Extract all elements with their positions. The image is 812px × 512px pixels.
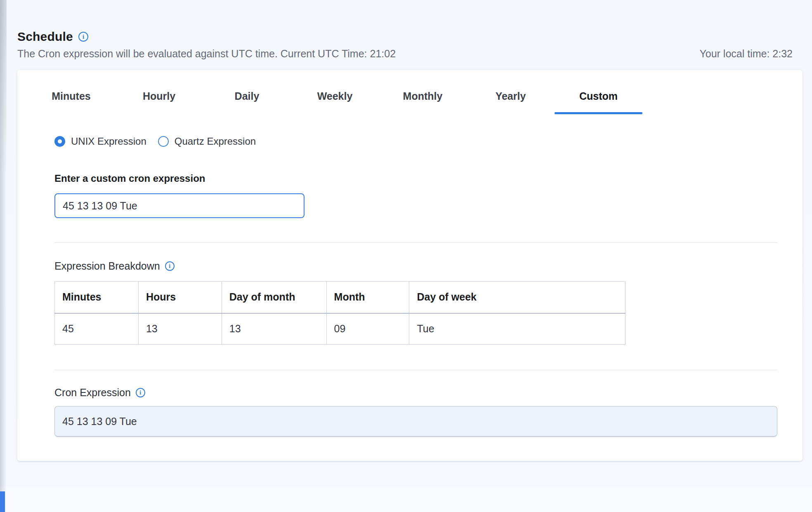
cell-minutes: 45 [55, 313, 139, 345]
local-time-note: Your local time: 2:32 [699, 48, 793, 60]
radio-unix-label: UNIX Expression [71, 136, 146, 147]
radio-selected-icon[interactable] [54, 136, 65, 147]
expression-breakdown-table: Minutes Hours Day of month Month Day of … [54, 281, 626, 345]
schedule-info-icon[interactable]: i [78, 32, 88, 42]
breakdown-title: Expression Breakdown [54, 260, 160, 272]
table-row: 45 13 13 09 Tue [55, 313, 626, 345]
tab-hourly[interactable]: Hourly [115, 85, 203, 114]
divider [54, 370, 777, 370]
schedule-card: Minutes Hourly Daily Weekly Monthly Year… [17, 70, 803, 461]
radio-unselected-icon[interactable] [158, 136, 169, 147]
tab-yearly[interactable]: Yearly [467, 85, 555, 114]
tab-weekly[interactable]: Weekly [291, 85, 379, 114]
scrollbar-thumb[interactable] [0, 491, 5, 512]
schedule-header: Schedule i The Cron expression will be e… [0, 0, 812, 60]
table-header-row: Minutes Hours Day of month Month Day of … [55, 282, 626, 313]
left-edge-shadow [0, 0, 7, 512]
radio-quartz-expression[interactable]: Quartz Expression [158, 136, 256, 147]
tab-daily[interactable]: Daily [203, 85, 291, 114]
col-header-day-of-week: Day of week [409, 282, 626, 313]
tab-custom[interactable]: Custom [555, 85, 642, 114]
col-header-month: Month [326, 282, 409, 313]
cron-expression-readonly-field[interactable] [54, 406, 777, 437]
col-header-hours: Hours [138, 282, 222, 313]
tab-minutes[interactable]: Minutes [27, 85, 115, 114]
divider [54, 242, 777, 243]
cell-hours: 13 [138, 313, 222, 345]
custom-cron-input[interactable] [54, 193, 304, 218]
cron-expression-title: Cron Expression [54, 387, 131, 399]
utc-time-note: The Cron expression will be evaluated ag… [17, 48, 396, 60]
radio-quartz-label: Quartz Expression [175, 136, 256, 147]
cell-month: 09 [326, 313, 409, 345]
cron-expression-info-icon[interactable]: i [136, 388, 145, 397]
tab-monthly[interactable]: Monthly [379, 85, 467, 114]
radio-unix-expression[interactable]: UNIX Expression [54, 136, 146, 147]
cell-day-of-month: 13 [222, 313, 326, 345]
schedule-tabs: Minutes Hourly Daily Weekly Monthly Year… [27, 85, 768, 114]
col-header-day-of-month: Day of month [222, 282, 326, 313]
expression-type-radio-group: UNIX Expression Quartz Expression [54, 136, 768, 147]
custom-cron-label: Enter a custom cron expression [54, 173, 768, 184]
cell-day-of-week: Tue [409, 313, 626, 345]
col-header-minutes: Minutes [55, 282, 139, 313]
breakdown-info-icon[interactable]: i [165, 261, 175, 271]
page-title: Schedule [17, 30, 73, 44]
